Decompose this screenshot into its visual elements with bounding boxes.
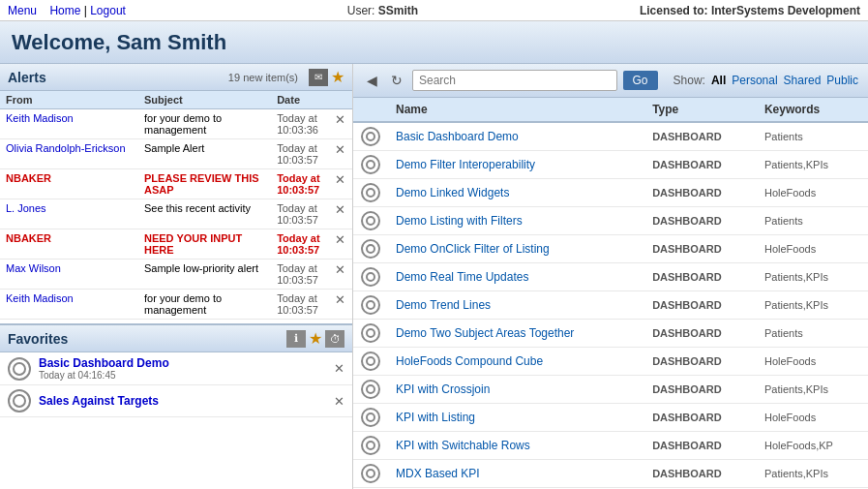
alert-delete-cell: ✕ [329,320,352,324]
favorites-star-button[interactable]: ★ [309,329,322,348]
home-link[interactable]: Home [49,4,80,17]
col-subject: Subject [138,91,271,109]
dash-col-name: Name [388,98,644,122]
dash-row-icon-cell [353,291,388,320]
dashboard-name[interactable]: Demo OnClick Filter of Listing [388,235,644,263]
alert-from[interactable]: NBAKER [0,169,138,199]
refresh-button[interactable]: ↻ [387,71,406,90]
alert-delete-button[interactable]: ✕ [335,262,345,277]
dashboard-name[interactable]: Demo Trend Lines [388,291,644,320]
dashboard-name[interactable]: KPI with Listing [388,404,644,432]
filter-public[interactable]: Public [826,74,858,87]
alert-date: Today at10:03:57 [271,290,329,320]
dashboard-list[interactable]: Name Type Keywords Basic Dashboard Demo … [353,98,868,489]
favorite-content: Sales Against Targets [39,394,334,408]
favorite-icon [8,389,31,413]
dash-col-icon [353,98,388,122]
dashboard-row: MDX Based KPI DASHBOARD Patients,KPIs [353,460,868,488]
favorite-name[interactable]: Basic Dashboard Demo [39,356,334,370]
alert-delete-button[interactable]: ✕ [335,112,345,127]
favorite-content: Basic Dashboard Demo Today at 04:16:45 [39,356,334,381]
alert-delete-button[interactable]: ✕ [335,202,345,217]
alert-from[interactable]: NBAKER [0,229,138,260]
dashboard-type: DASHBOARD [644,404,757,432]
back-button[interactable]: ◀ [363,71,381,90]
dashboard-keywords: Patients,KPIs [757,460,868,488]
logout-link[interactable]: Logout [90,4,126,17]
favorites-clock-button[interactable]: ⏱ [325,330,344,348]
alert-from[interactable]: Keith Madison [0,290,138,320]
alert-row: Keith Madison for your demo to managemen… [0,109,352,139]
dashboard-name[interactable]: Demo Filter Interoperability [388,151,644,179]
dashboard-name[interactable]: Demo Two Subject Areas Together [388,320,644,348]
alert-date: Today at10:03:57 [271,199,329,229]
alerts-header: Alerts 19 new item(s) ✉ ★ [0,64,352,91]
dashboard-keywords: Patients [757,207,868,235]
dashboard-keywords: Patients,KPIs [757,151,868,179]
dashboard-name[interactable]: KPI with Switchable Rows [388,432,644,460]
alerts-star-button[interactable]: ★ [331,68,344,86]
alert-from[interactable]: L. Jones [0,199,138,229]
dashboard-type: DASHBOARD [644,151,757,179]
filter-shared[interactable]: Shared [784,74,822,87]
alert-from[interactable]: Keith Madison [0,109,138,139]
favorite-delete-button[interactable]: ✕ [334,361,344,376]
dashboard-name[interactable]: Basic Dashboard Demo [388,122,644,151]
licensed-label: Licensed to: [640,4,708,17]
filter-all[interactable]: All [711,74,726,87]
go-button[interactable]: Go [623,71,658,90]
favorite-delete-button[interactable]: ✕ [334,394,344,409]
alert-delete-button[interactable]: ✕ [335,172,345,187]
alert-delete-button[interactable]: ✕ [335,142,345,157]
dashboard-name[interactable]: Demo Listing with Filters [388,207,644,235]
search-input[interactable] [412,70,617,91]
alert-date: Today at10:03:57 [271,169,329,199]
dashboard-icon [361,295,380,315]
dashboard-name[interactable]: Demo Linked Widgets [388,179,644,207]
dashboard-icon [361,351,380,371]
favorite-name[interactable]: Sales Against Targets [39,394,334,408]
dashboard-icon [361,211,380,230]
alert-from[interactable]: Olivia Randolph-Erickson [0,320,138,324]
dash-row-icon-cell [353,263,388,291]
dashboard-type: DASHBOARD [644,291,757,320]
dashboard-icon [361,464,380,483]
dashboard-name[interactable]: MDX Based KPI [388,460,644,488]
dash-row-icon-cell [353,151,388,179]
favorites-info-button[interactable]: ℹ [286,330,306,348]
dashboard-name[interactable]: KPI with Crossjoin [388,376,644,404]
alerts-scroll-area[interactable]: From Subject Date Keith Madison for your… [0,91,352,323]
dashboard-icon [361,267,380,287]
dashboard-type: DASHBOARD [644,179,757,207]
alert-date: Today at10:03:57 [271,139,329,169]
alert-subject: for your demo to management [138,290,271,320]
alert-subject: See this recent activity [138,199,271,229]
alert-delete-button[interactable]: ✕ [335,322,345,323]
dash-row-icon-cell [353,404,388,432]
alert-from[interactable]: Olivia Randolph-Erickson [0,139,138,169]
alert-subject: Sample Alert [138,139,271,169]
alerts-body: Keith Madison for your demo to managemen… [0,109,352,324]
dashboard-type: DASHBOARD [644,207,757,235]
dashboard-row: Demo OnClick Filter of Listing DASHBOARD… [353,235,868,263]
alert-date: Today at10:03:57 [271,229,329,260]
dashboard-type: DASHBOARD [644,376,757,404]
filter-personal[interactable]: Personal [732,74,777,87]
dashboard-name[interactable]: HoleFoods Compound Cube [388,348,644,376]
alerts-header-row: From Subject Date [0,91,352,109]
favorites-list: Basic Dashboard Demo Today at 04:16:45 ✕… [0,352,352,417]
dash-row-icon-cell [353,432,388,460]
alert-delete-button[interactable]: ✕ [335,292,345,307]
favorite-item: Basic Dashboard Demo Today at 04:16:45 ✕ [0,352,352,385]
menu-link[interactable]: Menu [8,4,37,17]
dashboard-body: Basic Dashboard Demo DASHBOARD Patients … [353,122,868,489]
mail-icon-button[interactable]: ✉ [309,69,328,86]
alert-delete-button[interactable]: ✕ [335,232,345,247]
dashboard-table: Name Type Keywords Basic Dashboard Demo … [353,98,868,489]
dashboard-type: DASHBOARD [644,122,757,151]
dashboard-name[interactable]: Demo Real Time Updates [388,263,644,291]
alert-delete-cell: ✕ [329,290,352,320]
licensed-to: InterSystems Development [711,4,860,17]
dashboard-row: Basic Dashboard Demo DASHBOARD Patients [353,122,868,151]
alert-from[interactable]: Max Wilson [0,260,138,290]
